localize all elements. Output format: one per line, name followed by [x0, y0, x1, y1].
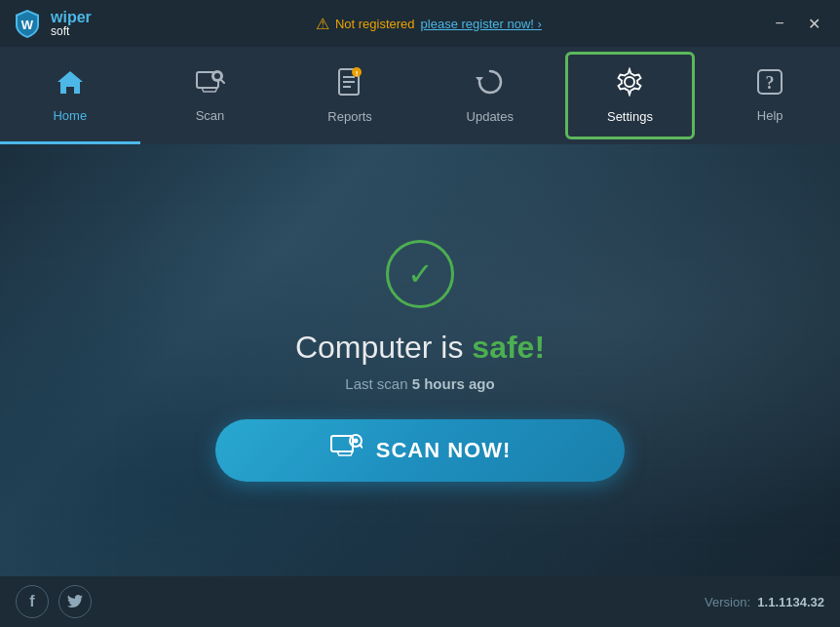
status-safe-word: safe! — [472, 330, 545, 365]
navigation-bar: Home Scan ! Reports — [0, 47, 840, 144]
logo-area: W wiper soft — [12, 8, 92, 39]
version-text: Version: 1.1.1134.32 — [705, 595, 824, 609]
svg-text:?: ? — [766, 73, 775, 93]
checkmark-icon: ✓ — [407, 258, 434, 290]
svg-line-4 — [222, 80, 225, 83]
svg-point-17 — [353, 439, 358, 444]
facebook-button[interactable]: f — [16, 585, 49, 618]
logo-text: wiper soft — [51, 9, 92, 39]
bottom-bar: f Version: 1.1.1134.32 — [0, 576, 840, 627]
nav-home-label: Home — [53, 108, 87, 123]
updates-icon — [476, 67, 505, 101]
status-check-circle: ✓ — [386, 240, 454, 308]
svg-point-3 — [214, 73, 220, 79]
logo-wiper-label: wiper — [51, 9, 92, 26]
svg-text:W: W — [21, 18, 34, 32]
twitter-button[interactable] — [58, 585, 92, 618]
version-info: Version: 1.1.1134.32 — [705, 593, 824, 610]
home-icon — [56, 68, 85, 100]
scan-now-button[interactable]: SCAN NOW! — [215, 419, 625, 482]
nav-updates-label: Updates — [467, 109, 514, 124]
nav-item-scan[interactable]: Scan — [140, 47, 281, 144]
nav-item-help[interactable]: ? Help — [700, 47, 840, 144]
nav-item-home[interactable]: Home — [0, 47, 140, 144]
main-content: ✓ Computer is safe! Last scan 5 hours ag… — [0, 144, 840, 576]
warning-icon: ⚠ — [316, 15, 329, 33]
status-message: Computer is safe! — [295, 330, 545, 366]
registration-notice: ⚠ Not registered please register now! › — [316, 15, 542, 33]
close-button[interactable]: ✕ — [801, 10, 828, 37]
status-prefix: Computer is — [295, 330, 472, 365]
scan-icon — [194, 68, 225, 100]
logo-icon: W — [12, 8, 43, 39]
scan-btn-label: SCAN NOW! — [376, 438, 512, 463]
version-number: 1.1.1134.32 — [757, 595, 824, 609]
reports-icon: ! — [337, 67, 363, 101]
social-icons-group: f — [16, 585, 92, 618]
svg-text:!: ! — [356, 69, 359, 78]
window-controls: − ✕ — [766, 10, 828, 37]
logo-soft-label: soft — [51, 25, 92, 38]
nav-reports-label: Reports — [327, 109, 372, 124]
help-icon: ? — [756, 68, 783, 100]
scan-btn-icon — [329, 432, 363, 468]
minimize-button[interactable]: − — [766, 10, 793, 37]
register-now-link[interactable]: please register now! › — [421, 17, 542, 31]
settings-icon — [615, 67, 644, 101]
last-scan-time: 5 hours ago — [412, 375, 495, 392]
title-bar: W wiper soft ⚠ Not registered please reg… — [0, 0, 840, 47]
nav-help-label: Help — [757, 108, 783, 123]
nav-settings-label: Settings — [607, 109, 653, 124]
nav-item-reports[interactable]: ! Reports — [280, 47, 420, 144]
nav-item-updates[interactable]: Updates — [420, 47, 560, 144]
nav-item-settings[interactable]: Settings — [565, 52, 696, 139]
nav-scan-label: Scan — [196, 108, 225, 123]
svg-line-18 — [360, 445, 363, 448]
content-center: ✓ Computer is safe! Last scan 5 hours ag… — [0, 144, 840, 576]
last-scan-info: Last scan 5 hours ago — [345, 375, 494, 392]
not-registered-text: Not registered — [335, 17, 415, 31]
svg-marker-11 — [476, 77, 483, 82]
svg-point-12 — [625, 77, 634, 87]
last-scan-label: Last scan — [345, 375, 407, 392]
